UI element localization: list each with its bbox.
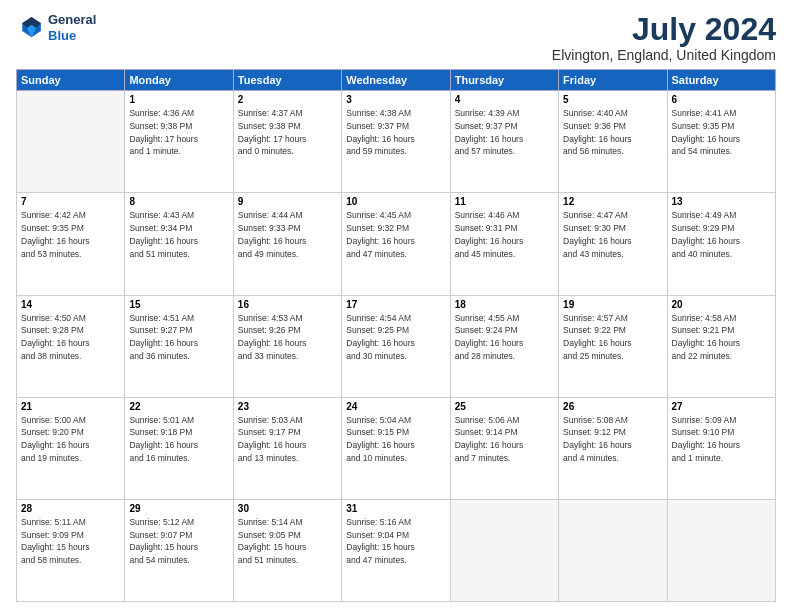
cell-date: 19	[563, 299, 662, 310]
cell-date: 20	[672, 299, 771, 310]
table-row: 5Sunrise: 4:40 AMSunset: 9:36 PMDaylight…	[559, 91, 667, 193]
cell-info: Sunrise: 5:16 AMSunset: 9:04 PMDaylight:…	[346, 516, 445, 567]
cell-date: 6	[672, 94, 771, 105]
cell-date: 5	[563, 94, 662, 105]
col-monday: Monday	[125, 70, 233, 91]
table-row: 27Sunrise: 5:09 AMSunset: 9:10 PMDayligh…	[667, 397, 775, 499]
cell-info: Sunrise: 4:46 AMSunset: 9:31 PMDaylight:…	[455, 209, 554, 260]
cell-date: 31	[346, 503, 445, 514]
col-tuesday: Tuesday	[233, 70, 341, 91]
col-friday: Friday	[559, 70, 667, 91]
col-thursday: Thursday	[450, 70, 558, 91]
cell-date: 9	[238, 196, 337, 207]
table-row: 22Sunrise: 5:01 AMSunset: 9:18 PMDayligh…	[125, 397, 233, 499]
col-sunday: Sunday	[17, 70, 125, 91]
cell-date: 29	[129, 503, 228, 514]
cell-date: 28	[21, 503, 120, 514]
cell-info: Sunrise: 4:49 AMSunset: 9:29 PMDaylight:…	[672, 209, 771, 260]
cell-info: Sunrise: 4:51 AMSunset: 9:27 PMDaylight:…	[129, 312, 228, 363]
table-row: 25Sunrise: 5:06 AMSunset: 9:14 PMDayligh…	[450, 397, 558, 499]
table-row: 16Sunrise: 4:53 AMSunset: 9:26 PMDayligh…	[233, 295, 341, 397]
main-title: July 2024	[552, 12, 776, 47]
cell-info: Sunrise: 4:54 AMSunset: 9:25 PMDaylight:…	[346, 312, 445, 363]
cell-info: Sunrise: 4:38 AMSunset: 9:37 PMDaylight:…	[346, 107, 445, 158]
logo-icon	[16, 14, 44, 42]
cell-info: Sunrise: 5:00 AMSunset: 9:20 PMDaylight:…	[21, 414, 120, 465]
cell-info: Sunrise: 4:39 AMSunset: 9:37 PMDaylight:…	[455, 107, 554, 158]
table-row: 30Sunrise: 5:14 AMSunset: 9:05 PMDayligh…	[233, 499, 341, 601]
cell-date: 23	[238, 401, 337, 412]
cell-date: 18	[455, 299, 554, 310]
table-row: 20Sunrise: 4:58 AMSunset: 9:21 PMDayligh…	[667, 295, 775, 397]
cell-info: Sunrise: 5:06 AMSunset: 9:14 PMDaylight:…	[455, 414, 554, 465]
cell-date: 4	[455, 94, 554, 105]
cell-date: 25	[455, 401, 554, 412]
table-row: 12Sunrise: 4:47 AMSunset: 9:30 PMDayligh…	[559, 193, 667, 295]
table-row: 26Sunrise: 5:08 AMSunset: 9:12 PMDayligh…	[559, 397, 667, 499]
logo-text: General Blue	[48, 12, 96, 43]
table-row: 1Sunrise: 4:36 AMSunset: 9:38 PMDaylight…	[125, 91, 233, 193]
table-row: 9Sunrise: 4:44 AMSunset: 9:33 PMDaylight…	[233, 193, 341, 295]
calendar-week-row: 7Sunrise: 4:42 AMSunset: 9:35 PMDaylight…	[17, 193, 776, 295]
cell-info: Sunrise: 5:12 AMSunset: 9:07 PMDaylight:…	[129, 516, 228, 567]
table-row	[450, 499, 558, 601]
table-row	[667, 499, 775, 601]
table-row: 10Sunrise: 4:45 AMSunset: 9:32 PMDayligh…	[342, 193, 450, 295]
table-row: 19Sunrise: 4:57 AMSunset: 9:22 PMDayligh…	[559, 295, 667, 397]
cell-date: 14	[21, 299, 120, 310]
cell-info: Sunrise: 4:43 AMSunset: 9:34 PMDaylight:…	[129, 209, 228, 260]
table-row: 11Sunrise: 4:46 AMSunset: 9:31 PMDayligh…	[450, 193, 558, 295]
table-row: 14Sunrise: 4:50 AMSunset: 9:28 PMDayligh…	[17, 295, 125, 397]
cell-date: 12	[563, 196, 662, 207]
table-row: 31Sunrise: 5:16 AMSunset: 9:04 PMDayligh…	[342, 499, 450, 601]
table-row	[17, 91, 125, 193]
calendar-week-row: 21Sunrise: 5:00 AMSunset: 9:20 PMDayligh…	[17, 397, 776, 499]
cell-info: Sunrise: 4:58 AMSunset: 9:21 PMDaylight:…	[672, 312, 771, 363]
title-block: July 2024 Elvington, England, United Kin…	[552, 12, 776, 63]
cell-date: 15	[129, 299, 228, 310]
calendar-header-row: Sunday Monday Tuesday Wednesday Thursday…	[17, 70, 776, 91]
table-row: 24Sunrise: 5:04 AMSunset: 9:15 PMDayligh…	[342, 397, 450, 499]
cell-info: Sunrise: 4:57 AMSunset: 9:22 PMDaylight:…	[563, 312, 662, 363]
cell-info: Sunrise: 5:04 AMSunset: 9:15 PMDaylight:…	[346, 414, 445, 465]
cell-info: Sunrise: 4:40 AMSunset: 9:36 PMDaylight:…	[563, 107, 662, 158]
cell-info: Sunrise: 5:01 AMSunset: 9:18 PMDaylight:…	[129, 414, 228, 465]
table-row: 13Sunrise: 4:49 AMSunset: 9:29 PMDayligh…	[667, 193, 775, 295]
cell-date: 30	[238, 503, 337, 514]
logo: General Blue	[16, 12, 96, 43]
table-row: 3Sunrise: 4:38 AMSunset: 9:37 PMDaylight…	[342, 91, 450, 193]
cell-info: Sunrise: 5:03 AMSunset: 9:17 PMDaylight:…	[238, 414, 337, 465]
cell-info: Sunrise: 5:14 AMSunset: 9:05 PMDaylight:…	[238, 516, 337, 567]
cell-date: 2	[238, 94, 337, 105]
table-row: 8Sunrise: 4:43 AMSunset: 9:34 PMDaylight…	[125, 193, 233, 295]
table-row: 23Sunrise: 5:03 AMSunset: 9:17 PMDayligh…	[233, 397, 341, 499]
cell-info: Sunrise: 4:45 AMSunset: 9:32 PMDaylight:…	[346, 209, 445, 260]
calendar-week-row: 28Sunrise: 5:11 AMSunset: 9:09 PMDayligh…	[17, 499, 776, 601]
header: General Blue July 2024 Elvington, Englan…	[16, 12, 776, 63]
cell-info: Sunrise: 4:55 AMSunset: 9:24 PMDaylight:…	[455, 312, 554, 363]
cell-info: Sunrise: 4:47 AMSunset: 9:30 PMDaylight:…	[563, 209, 662, 260]
col-wednesday: Wednesday	[342, 70, 450, 91]
cell-date: 8	[129, 196, 228, 207]
table-row: 4Sunrise: 4:39 AMSunset: 9:37 PMDaylight…	[450, 91, 558, 193]
cell-info: Sunrise: 4:37 AMSunset: 9:38 PMDaylight:…	[238, 107, 337, 158]
table-row: 29Sunrise: 5:12 AMSunset: 9:07 PMDayligh…	[125, 499, 233, 601]
table-row: 2Sunrise: 4:37 AMSunset: 9:38 PMDaylight…	[233, 91, 341, 193]
cell-date: 21	[21, 401, 120, 412]
cell-info: Sunrise: 4:36 AMSunset: 9:38 PMDaylight:…	[129, 107, 228, 158]
cell-info: Sunrise: 5:08 AMSunset: 9:12 PMDaylight:…	[563, 414, 662, 465]
subtitle: Elvington, England, United Kingdom	[552, 47, 776, 63]
cell-date: 26	[563, 401, 662, 412]
cell-info: Sunrise: 4:41 AMSunset: 9:35 PMDaylight:…	[672, 107, 771, 158]
cell-date: 16	[238, 299, 337, 310]
cell-info: Sunrise: 5:11 AMSunset: 9:09 PMDaylight:…	[21, 516, 120, 567]
cell-info: Sunrise: 4:50 AMSunset: 9:28 PMDaylight:…	[21, 312, 120, 363]
cell-date: 22	[129, 401, 228, 412]
cell-date: 17	[346, 299, 445, 310]
page: General Blue July 2024 Elvington, Englan…	[0, 0, 792, 612]
col-saturday: Saturday	[667, 70, 775, 91]
cell-date: 1	[129, 94, 228, 105]
table-row: 7Sunrise: 4:42 AMSunset: 9:35 PMDaylight…	[17, 193, 125, 295]
table-row: 28Sunrise: 5:11 AMSunset: 9:09 PMDayligh…	[17, 499, 125, 601]
table-row: 6Sunrise: 4:41 AMSunset: 9:35 PMDaylight…	[667, 91, 775, 193]
